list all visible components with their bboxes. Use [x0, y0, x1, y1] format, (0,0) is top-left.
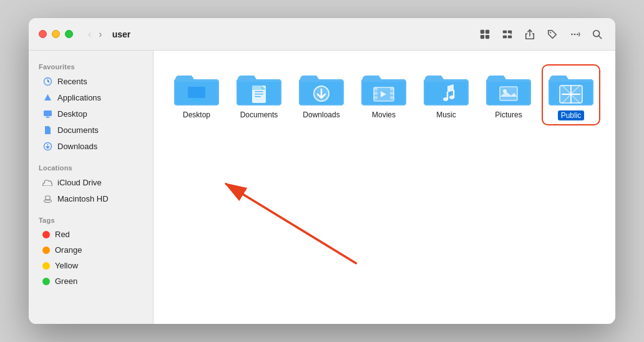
svg-rect-0 — [481, 29, 484, 33]
more-icon — [569, 29, 580, 40]
macintosh-icon — [42, 193, 52, 203]
public-folder-label: Public — [558, 110, 585, 120]
sidebar-item-recents[interactable]: Recents — [32, 73, 149, 89]
svg-rect-23 — [255, 94, 263, 95]
list-view-button[interactable] — [499, 26, 515, 42]
sidebar-item-applications[interactable]: Applications — [32, 89, 149, 105]
sidebar-item-desktop[interactable]: Desktop — [32, 105, 149, 122]
folder-documents[interactable]: Documents — [231, 66, 287, 124]
svg-rect-20 — [191, 100, 202, 101]
svg-point-11 — [577, 33, 578, 35]
svg-point-36 — [449, 95, 454, 99]
documents-folder-label: Documents — [240, 110, 278, 119]
desktop-label: Desktop — [57, 109, 87, 119]
search-button[interactable] — [589, 26, 605, 42]
sidebar-item-documents[interactable]: Documents — [32, 122, 149, 138]
traffic-lights — [39, 30, 73, 38]
documents-label: Documents — [57, 125, 99, 135]
orange-label: Orange — [55, 245, 82, 255]
svg-rect-5 — [508, 30, 512, 33]
music-folder-label: Music — [436, 110, 456, 119]
folder-downloads[interactable]: Downloads — [293, 66, 349, 124]
svg-rect-14 — [44, 110, 52, 116]
folder-music[interactable]: Music — [418, 66, 474, 124]
forward-button[interactable]: › — [96, 27, 104, 41]
sidebar-item-tag-orange[interactable]: Orange — [32, 242, 149, 258]
maximize-button[interactable] — [65, 30, 73, 38]
folder-desktop[interactable]: Desktop — [168, 66, 225, 124]
movies-folder-label: Movies — [372, 110, 396, 119]
svg-rect-1 — [485, 29, 489, 33]
downloads-folder-icon — [299, 71, 344, 107]
icon-view-button[interactable] — [477, 26, 493, 42]
red-label: Red — [55, 230, 70, 239]
folder-pictures[interactable]: Pictures — [481, 66, 537, 124]
window-title: user — [112, 29, 469, 39]
icloud-icon — [42, 177, 52, 187]
svg-rect-22 — [255, 91, 263, 92]
downloads-label: Downloads — [57, 142, 97, 151]
locations-label: Locations — [29, 160, 153, 174]
sidebar-item-downloads[interactable]: Downloads — [32, 138, 149, 154]
macintosh-label: Macintosh HD — [57, 194, 109, 203]
svg-rect-32 — [390, 87, 394, 90]
icon-grid-icon — [479, 29, 490, 40]
sidebar-item-tag-green[interactable]: Green — [32, 273, 149, 289]
sidebar-item-tag-yellow[interactable]: Yellow — [32, 258, 149, 273]
content-area: Favourites Recents Applications Desktop — [29, 51, 615, 324]
minimize-button[interactable] — [52, 30, 60, 38]
svg-rect-6 — [503, 35, 507, 38]
yellow-dot — [42, 262, 50, 270]
downloads-icon — [42, 141, 52, 151]
share-icon — [524, 29, 535, 40]
sidebar-item-icloud[interactable]: iCloud Drive — [32, 174, 149, 190]
movies-folder-icon — [361, 71, 406, 107]
close-button[interactable] — [39, 30, 47, 38]
sidebar-item-tag-red[interactable]: Red — [32, 227, 149, 242]
sidebar: Favourites Recents Applications Desktop — [29, 51, 154, 324]
music-folder-icon — [424, 71, 469, 107]
svg-rect-30 — [374, 92, 378, 95]
svg-rect-18 — [188, 87, 205, 98]
desktop-icon — [42, 109, 52, 119]
green-dot — [42, 278, 50, 285]
svg-point-9 — [571, 33, 573, 35]
recents-icon — [42, 76, 52, 86]
pictures-folder-icon — [486, 71, 531, 107]
search-icon — [592, 29, 603, 40]
yellow-label: Yellow — [55, 261, 78, 270]
list-view-icon — [502, 29, 513, 40]
recents-label: Recents — [57, 77, 87, 86]
desktop-folder-icon — [174, 71, 219, 107]
favourites-label: Favourites — [29, 59, 153, 73]
applications-label: Applications — [57, 93, 101, 102]
svg-point-16 — [44, 199, 51, 202]
sidebar-item-macintosh[interactable]: Macintosh HD — [32, 190, 149, 207]
svg-rect-4 — [503, 30, 507, 33]
svg-rect-2 — [481, 34, 484, 38]
titlebar: ‹ › user — [29, 18, 615, 51]
svg-rect-3 — [485, 34, 489, 38]
svg-rect-7 — [508, 35, 512, 38]
share-button[interactable] — [522, 26, 538, 42]
folder-movies[interactable]: Movies — [356, 66, 412, 124]
svg-point-12 — [593, 30, 600, 36]
svg-point-35 — [443, 97, 448, 101]
main-area: Desktop — [154, 51, 615, 139]
back-button[interactable]: ‹ — [85, 27, 94, 41]
icloud-label: iCloud Drive — [57, 178, 102, 187]
more-button[interactable] — [567, 26, 583, 42]
toolbar-right — [477, 26, 605, 42]
tag-button[interactable] — [544, 26, 560, 42]
svg-rect-33 — [390, 92, 394, 95]
tags-label: Tags — [29, 213, 153, 227]
downloads-folder-label: Downloads — [303, 110, 339, 119]
svg-point-8 — [550, 32, 551, 33]
svg-rect-29 — [374, 87, 378, 90]
folder-public[interactable]: Public — [543, 66, 599, 124]
documents-folder-icon — [237, 71, 281, 107]
finder-window: ‹ › user — [29, 18, 615, 324]
tag-icon — [547, 29, 558, 40]
nav-buttons: ‹ › — [85, 27, 105, 41]
documents-icon — [42, 125, 52, 135]
